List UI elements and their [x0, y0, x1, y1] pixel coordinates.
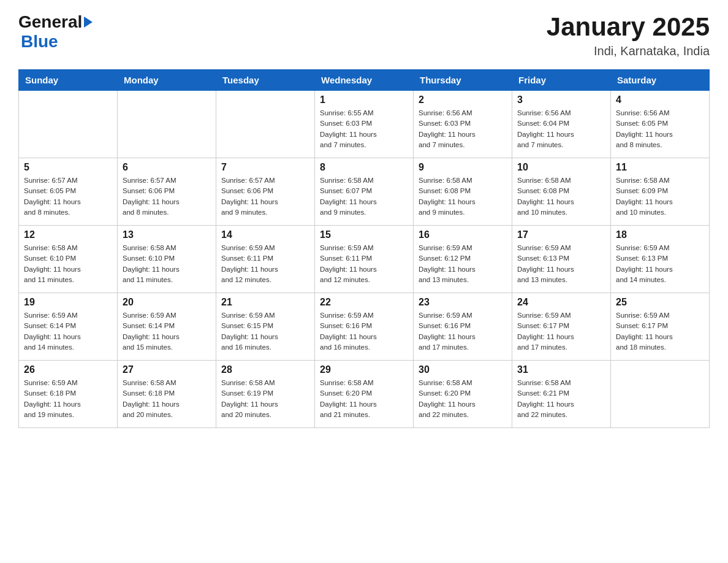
- day-number: 8: [320, 162, 408, 173]
- day-info: Sunrise: 6:59 AM Sunset: 6:13 PM Dayligh…: [616, 243, 704, 285]
- calendar-cell: 5Sunrise: 6:57 AM Sunset: 6:05 PM Daylig…: [19, 158, 118, 226]
- day-info: Sunrise: 6:57 AM Sunset: 6:06 PM Dayligh…: [123, 175, 211, 218]
- day-info: Sunrise: 6:57 AM Sunset: 6:06 PM Dayligh…: [221, 175, 309, 218]
- logo: General Blue: [18, 12, 93, 52]
- calendar-cell: 23Sunrise: 6:59 AM Sunset: 6:16 PM Dayli…: [414, 293, 512, 361]
- calendar-cell: 18Sunrise: 6:59 AM Sunset: 6:13 PM Dayli…: [611, 226, 710, 293]
- weekday-header-sunday: Sunday: [19, 70, 118, 91]
- calendar-cell: [611, 361, 710, 428]
- day-number: 15: [320, 229, 408, 240]
- day-number: 16: [419, 229, 507, 240]
- calendar-cell: 13Sunrise: 6:58 AM Sunset: 6:10 PM Dayli…: [118, 226, 216, 293]
- logo-blue-text: Blue: [21, 32, 58, 51]
- calendar-cell: 7Sunrise: 6:57 AM Sunset: 6:06 PM Daylig…: [216, 158, 315, 226]
- weekday-header-row: SundayMondayTuesdayWednesdayThursdayFrid…: [19, 70, 710, 91]
- weekday-header-saturday: Saturday: [611, 70, 710, 91]
- weekday-header-wednesday: Wednesday: [315, 70, 414, 91]
- day-number: 9: [419, 162, 507, 173]
- day-info: Sunrise: 6:59 AM Sunset: 6:17 PM Dayligh…: [616, 310, 704, 353]
- calendar-cell: 17Sunrise: 6:59 AM Sunset: 6:13 PM Dayli…: [512, 226, 611, 293]
- calendar-cell: 29Sunrise: 6:58 AM Sunset: 6:20 PM Dayli…: [315, 361, 414, 428]
- day-info: Sunrise: 6:59 AM Sunset: 6:11 PM Dayligh…: [320, 243, 408, 285]
- calendar-week-row: 12Sunrise: 6:58 AM Sunset: 6:10 PM Dayli…: [19, 226, 710, 293]
- calendar-cell: 19Sunrise: 6:59 AM Sunset: 6:14 PM Dayli…: [19, 293, 118, 361]
- day-info: Sunrise: 6:58 AM Sunset: 6:08 PM Dayligh…: [419, 175, 507, 218]
- day-info: Sunrise: 6:57 AM Sunset: 6:05 PM Dayligh…: [24, 175, 112, 218]
- calendar-week-row: 26Sunrise: 6:59 AM Sunset: 6:18 PM Dayli…: [19, 361, 710, 428]
- calendar-cell: 4Sunrise: 6:56 AM Sunset: 6:05 PM Daylig…: [611, 91, 710, 158]
- day-info: Sunrise: 6:59 AM Sunset: 6:16 PM Dayligh…: [320, 310, 408, 353]
- day-number: 19: [24, 297, 112, 308]
- day-info: Sunrise: 6:58 AM Sunset: 6:09 PM Dayligh…: [616, 175, 704, 218]
- day-info: Sunrise: 6:59 AM Sunset: 6:12 PM Dayligh…: [419, 243, 507, 285]
- day-number: 12: [24, 229, 112, 240]
- day-number: 6: [123, 162, 211, 173]
- day-info: Sunrise: 6:59 AM Sunset: 6:11 PM Dayligh…: [221, 243, 309, 285]
- calendar-cell: 25Sunrise: 6:59 AM Sunset: 6:17 PM Dayli…: [611, 293, 710, 361]
- day-number: 5: [24, 162, 112, 173]
- day-number: 3: [517, 94, 605, 105]
- day-number: 10: [517, 162, 605, 173]
- day-info: Sunrise: 6:58 AM Sunset: 6:10 PM Dayligh…: [123, 243, 211, 285]
- weekday-header-tuesday: Tuesday: [216, 70, 315, 91]
- calendar-cell: 14Sunrise: 6:59 AM Sunset: 6:11 PM Dayli…: [216, 226, 315, 293]
- calendar-table: SundayMondayTuesdayWednesdayThursdayFrid…: [18, 69, 710, 428]
- day-number: 20: [123, 297, 211, 308]
- calendar-cell: [19, 91, 118, 158]
- day-number: 22: [320, 297, 408, 308]
- calendar-cell: 22Sunrise: 6:59 AM Sunset: 6:16 PM Dayli…: [315, 293, 414, 361]
- day-number: 4: [616, 94, 704, 105]
- day-info: Sunrise: 6:59 AM Sunset: 6:14 PM Dayligh…: [123, 310, 211, 353]
- day-number: 29: [320, 364, 408, 375]
- calendar-cell: 31Sunrise: 6:58 AM Sunset: 6:21 PM Dayli…: [512, 361, 611, 428]
- location-text: Indi, Karnataka, India: [547, 44, 710, 58]
- day-number: 2: [419, 94, 507, 105]
- logo-general-text: General: [18, 12, 82, 32]
- day-number: 23: [419, 297, 507, 308]
- day-info: Sunrise: 6:58 AM Sunset: 6:21 PM Dayligh…: [517, 378, 605, 420]
- day-number: 18: [616, 229, 704, 240]
- weekday-header-friday: Friday: [512, 70, 611, 91]
- title-block: January 2025 Indi, Karnataka, India: [547, 12, 710, 58]
- day-number: 24: [517, 297, 605, 308]
- calendar-cell: 20Sunrise: 6:59 AM Sunset: 6:14 PM Dayli…: [118, 293, 216, 361]
- calendar-cell: [216, 91, 315, 158]
- calendar-cell: 8Sunrise: 6:58 AM Sunset: 6:07 PM Daylig…: [315, 158, 414, 226]
- calendar-cell: [118, 91, 216, 158]
- day-number: 7: [221, 162, 309, 173]
- day-info: Sunrise: 6:58 AM Sunset: 6:07 PM Dayligh…: [320, 175, 408, 218]
- day-info: Sunrise: 6:58 AM Sunset: 6:20 PM Dayligh…: [419, 378, 507, 420]
- calendar-cell: 2Sunrise: 6:56 AM Sunset: 6:03 PM Daylig…: [414, 91, 512, 158]
- day-number: 11: [616, 162, 704, 173]
- calendar-cell: 30Sunrise: 6:58 AM Sunset: 6:20 PM Dayli…: [414, 361, 512, 428]
- calendar-cell: 12Sunrise: 6:58 AM Sunset: 6:10 PM Dayli…: [19, 226, 118, 293]
- day-number: 1: [320, 94, 408, 105]
- calendar-cell: 6Sunrise: 6:57 AM Sunset: 6:06 PM Daylig…: [118, 158, 216, 226]
- day-number: 21: [221, 297, 309, 308]
- weekday-header-thursday: Thursday: [414, 70, 512, 91]
- day-number: 13: [123, 229, 211, 240]
- day-info: Sunrise: 6:58 AM Sunset: 6:19 PM Dayligh…: [221, 378, 309, 420]
- day-info: Sunrise: 6:56 AM Sunset: 6:05 PM Dayligh…: [616, 108, 704, 150]
- day-number: 26: [24, 364, 112, 375]
- calendar-week-row: 19Sunrise: 6:59 AM Sunset: 6:14 PM Dayli…: [19, 293, 710, 361]
- day-number: 25: [616, 297, 704, 308]
- day-info: Sunrise: 6:59 AM Sunset: 6:16 PM Dayligh…: [419, 310, 507, 353]
- calendar-cell: 26Sunrise: 6:59 AM Sunset: 6:18 PM Dayli…: [19, 361, 118, 428]
- logo-triangle-icon: [84, 17, 93, 28]
- weekday-header-monday: Monday: [118, 70, 216, 91]
- day-info: Sunrise: 6:58 AM Sunset: 6:08 PM Dayligh…: [517, 175, 605, 218]
- day-number: 14: [221, 229, 309, 240]
- calendar-cell: 28Sunrise: 6:58 AM Sunset: 6:19 PM Dayli…: [216, 361, 315, 428]
- calendar-cell: 9Sunrise: 6:58 AM Sunset: 6:08 PM Daylig…: [414, 158, 512, 226]
- calendar-cell: 1Sunrise: 6:55 AM Sunset: 6:03 PM Daylig…: [315, 91, 414, 158]
- calendar-cell: 15Sunrise: 6:59 AM Sunset: 6:11 PM Dayli…: [315, 226, 414, 293]
- day-info: Sunrise: 6:56 AM Sunset: 6:04 PM Dayligh…: [517, 108, 605, 150]
- day-info: Sunrise: 6:58 AM Sunset: 6:18 PM Dayligh…: [123, 378, 211, 420]
- page-header: General Blue January 2025 Indi, Karnatak…: [18, 12, 710, 58]
- day-info: Sunrise: 6:59 AM Sunset: 6:14 PM Dayligh…: [24, 310, 112, 353]
- calendar-cell: 16Sunrise: 6:59 AM Sunset: 6:12 PM Dayli…: [414, 226, 512, 293]
- calendar-week-row: 5Sunrise: 6:57 AM Sunset: 6:05 PM Daylig…: [19, 158, 710, 226]
- calendar-cell: 11Sunrise: 6:58 AM Sunset: 6:09 PM Dayli…: [611, 158, 710, 226]
- calendar-cell: 27Sunrise: 6:58 AM Sunset: 6:18 PM Dayli…: [118, 361, 216, 428]
